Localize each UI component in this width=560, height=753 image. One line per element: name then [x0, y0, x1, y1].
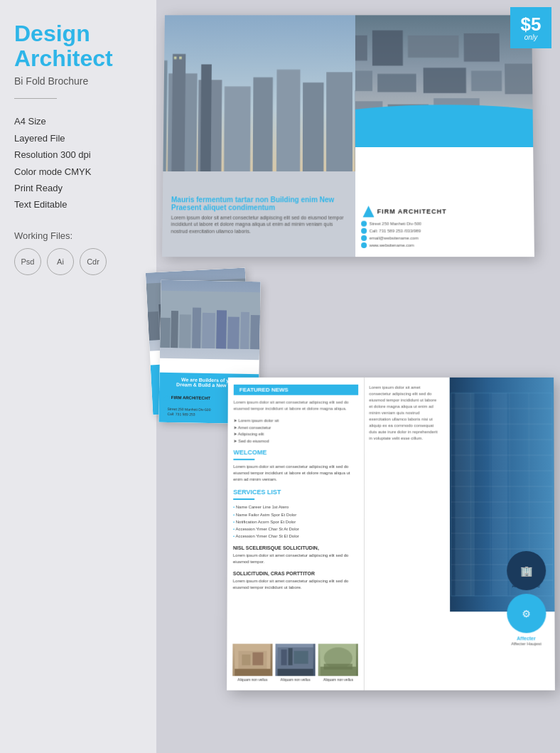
service-2: Name Failor Astm Spor Et Dolor [233, 511, 358, 518]
bifold-left-panel: FEATURED NEWS Lorem ipsum dolor sit amet… [227, 378, 365, 690]
stack-logo-2: FIRM ARCHITECHT [163, 394, 210, 402]
contact-info: Street 250 Manheti Div-500 Call: 731 589… [362, 221, 529, 250]
svg-rect-16 [326, 72, 352, 171]
featured-text: Lorem ipsum dolor sit amet consectetur a… [234, 400, 359, 412]
welcome-underline [233, 459, 254, 461]
feature-color: Color mode CMYK [14, 164, 142, 180]
service-3: Notification Acorn Spor Et Dolor [233, 518, 358, 525]
main-area: $5 only [156, 0, 560, 753]
contact-web-text: www.websitename.com [370, 243, 414, 247]
contact-dot-1 [362, 221, 367, 227]
nisl-text: Lorem ipsum dolor sit amet consectetur a… [233, 552, 358, 565]
featured-list: ➤ Lorem ipsum dolor sit ➤ Amet consectet… [233, 417, 358, 444]
svg-rect-92 [455, 393, 475, 596]
thumb-label-2: Aliquam non vellus [275, 678, 315, 682]
service-4: Accession Yimer Char St At Dolor [233, 525, 358, 533]
thumb-img-2 [275, 643, 315, 675]
welcome-text: Lorem ipsum dolor sit amet consectetur a… [233, 464, 358, 484]
welcome-heading: WELCOME [233, 449, 358, 456]
svg-rect-61 [242, 654, 250, 665]
feature-badge-2: 🏢 [507, 551, 546, 590]
price-only: only [524, 33, 537, 41]
brochure-top-right: We are Builders of your Dream & Build a … [355, 15, 534, 257]
services-underline [233, 498, 254, 500]
sidebar-divider [14, 98, 57, 99]
right-body-text: Lorem ipsum dolor sit amet consectetur a… [369, 385, 440, 442]
svg-rect-36 [505, 64, 534, 95]
thumb-3-container: Aliquam non vellus [318, 643, 358, 681]
sidebar-features: A4 Size Layered File Resolution 300 dpi … [14, 113, 142, 213]
svg-rect-29 [372, 31, 403, 66]
nisl-section: NISL SCELERISQUE SOLLICITUDIN, Lorem ips… [233, 545, 358, 565]
file-badge-psd[interactable]: Psd [14, 248, 41, 275]
svg-rect-33 [378, 74, 417, 92]
svg-rect-9 [171, 54, 185, 171]
svg-rect-55 [216, 310, 227, 348]
sidebar-title: Design Architect [14, 21, 142, 71]
feature-badge-1: ⚙ [507, 594, 546, 633]
thumb-row: Aliquam non vellus Aliquam non vel [232, 643, 358, 681]
right-body-col: Lorem ipsum dolor sit amet consectetur a… [365, 378, 444, 449]
feature-resolution: Resolution 300 dpi [14, 146, 142, 163]
svg-rect-58 [250, 315, 260, 349]
thumb-img-3 [318, 643, 358, 675]
sollicitudin-heading: SOLLICITUDIN, CRAS PORTTITOR [233, 571, 358, 576]
svg-rect-51 [171, 311, 178, 348]
svg-rect-12 [224, 87, 251, 172]
feature-print: Print Ready [14, 180, 142, 196]
stack-firm-name-2: FIRM ARCHITECHT [171, 395, 210, 400]
featured-news-bar: FEATURED NEWS [234, 385, 359, 395]
brochure-top: Mauris fermentum tartar non Building eni… [162, 15, 534, 257]
brochure-top-left-text: Mauris fermentum tartar non Building eni… [171, 196, 347, 235]
contact-call: Call: 731 589 253 /033/989 [362, 228, 529, 234]
contact-street: Street 250 Manheti Div-500 [362, 221, 529, 227]
svg-rect-30 [408, 36, 459, 58]
contact-dot-4 [362, 242, 367, 248]
svg-rect-11 [200, 64, 212, 171]
contact-web: www.websitename.com [362, 242, 529, 248]
svg-rect-63 [235, 669, 270, 676]
brochure-bottom: FEATURED NEWS Lorem ipsum dolor sit amet… [227, 378, 555, 690]
svg-rect-93 [492, 393, 508, 596]
svg-rect-13 [253, 78, 273, 171]
feature-text: Text Editable [14, 196, 142, 213]
thumb-label-3: Aliquam non vellus [318, 678, 358, 682]
firm-logo-area: FIRM ARCHITECHT [362, 205, 527, 217]
file-badge-ai[interactable]: Ai [47, 248, 74, 275]
svg-rect-53 [192, 308, 201, 348]
svg-rect-14 [276, 70, 301, 171]
service-5: Accession Yimer Char St El Dolor [233, 533, 358, 540]
svg-rect-28 [355, 36, 367, 61]
svg-rect-54 [202, 313, 215, 348]
svg-rect-68 [294, 651, 308, 663]
blue-headline-left: Mauris fermentum tartar non Building eni… [171, 196, 348, 211]
contact-dot-2 [362, 228, 367, 234]
gear-icon: ⚙ [522, 608, 531, 619]
city-photo-top [163, 15, 355, 171]
thumb-label-1: Aliquam non vellus [232, 678, 272, 682]
svg-rect-31 [464, 33, 500, 62]
svg-rect-52 [179, 314, 191, 348]
sollicitudin-text: Lorem ipsum dolor sit amet consectetur a… [233, 578, 358, 591]
stack-city-photo-2 [160, 280, 261, 360]
logo-arrow-icon [362, 205, 374, 217]
contact-dot-3 [362, 235, 367, 241]
thumb-1-container: Aliquam non vellus [232, 643, 272, 681]
price-badge: $5 only [510, 7, 551, 48]
service-1: Name Career Line 1st Atero [233, 503, 358, 511]
contact-email: email@websitename.com [362, 235, 529, 241]
services-list: Name Career Line 1st Atero Name Failor A… [233, 503, 358, 540]
feature-layered: Layered File [14, 130, 142, 146]
thumb-img-1 [232, 643, 272, 675]
bifold-right-panel: Lorem ipsum dolor sit amet consectetur a… [365, 378, 555, 690]
file-badge-cdr[interactable]: Cdr [80, 248, 107, 275]
services-heading: SERVICES LIST [233, 488, 358, 496]
svg-rect-34 [424, 68, 466, 93]
sollicitudin-section: SOLLICITUDIN, CRAS PORTTITOR Lorem ipsum… [233, 571, 358, 591]
thumb-2-container: Aliquam non vellus [275, 643, 315, 681]
svg-rect-32 [355, 71, 372, 92]
building-icon: 🏢 [520, 565, 532, 577]
contact-email-text: email@websitename.com [370, 236, 419, 240]
body-text-left: Lorem ipsum dolor sit amet consectetur a… [171, 214, 347, 235]
svg-rect-57 [240, 312, 249, 349]
